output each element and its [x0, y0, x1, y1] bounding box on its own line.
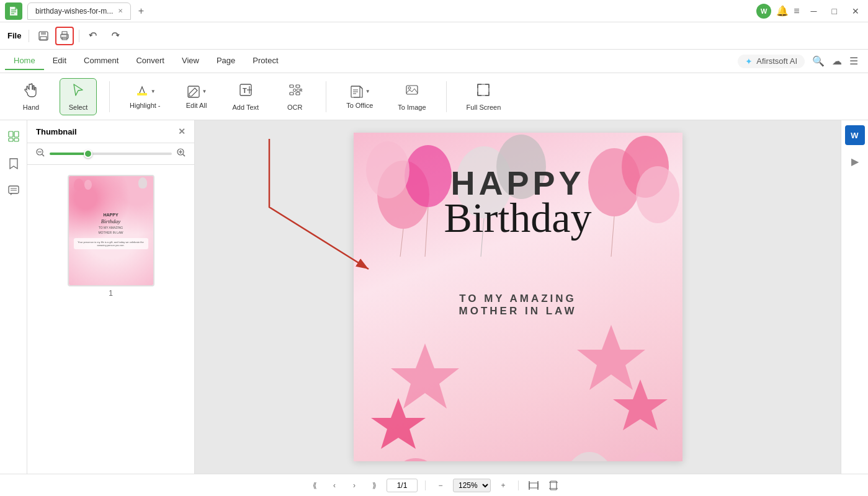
thumb-quote: Your presence in my life is a gift, and … — [74, 238, 148, 249]
zoom-slider-thumb[interactable] — [84, 149, 92, 158]
edit-dropdown-arrow: ▼ — [202, 89, 207, 94]
ribbon: Hand Select ▼ Highlight - ▼ — [0, 73, 868, 120]
menu-comment[interactable]: Comment — [75, 52, 127, 70]
sidebar-comment-icon[interactable] — [2, 180, 25, 202]
maximize-button[interactable]: □ — [828, 5, 841, 17]
pdf-viewer[interactable]: HAPPY Birthday TO MY AMAZING MOTHER IN L… — [195, 120, 841, 474]
highlight-label: Highlight - — [130, 102, 161, 109]
add-text-tool[interactable]: T Add Text — [225, 79, 267, 115]
select-tool[interactable]: Select — [60, 78, 97, 115]
zoom-out-icon[interactable] — [36, 148, 45, 159]
fit-page-btn[interactable] — [546, 478, 561, 493]
thumbnail-page-1[interactable]: HAPPY Birthday TO MY AMAZING MOTHER IN L… — [68, 175, 154, 298]
svg-rect-70 — [529, 483, 538, 488]
last-page-btn[interactable]: ⟫ — [367, 478, 382, 493]
edit-all-label: Edit All — [186, 102, 207, 109]
menu-view[interactable]: View — [173, 52, 208, 70]
thumbnail-close-btn[interactable]: ✕ — [178, 126, 186, 136]
thumbnail-header: Thumbnail ✕ — [27, 120, 194, 143]
user-avatar[interactable]: W — [756, 4, 771, 19]
tab-bar: birthday-wishes-for-m... ✕ + — [27, 2, 751, 20]
zoom-in-icon[interactable] — [177, 148, 186, 159]
menu-edit[interactable]: Edit — [44, 52, 75, 70]
svg-rect-11 — [188, 86, 199, 97]
ocr-tool[interactable]: OCR OCR — [276, 79, 313, 115]
translate-icon[interactable]: W — [845, 125, 865, 145]
svg-rect-31 — [14, 138, 19, 141]
hand-tool[interactable]: Hand — [12, 79, 50, 115]
page-input[interactable] — [387, 479, 418, 492]
full-screen-tool[interactable]: Full Screen — [459, 79, 509, 115]
edit-all-icon-area: ▼ — [186, 84, 207, 99]
minimize-button[interactable]: ─ — [807, 5, 821, 17]
zoom-in-btn[interactable]: + — [496, 478, 511, 493]
toolbar-divider-2 — [79, 30, 79, 42]
tab-close-btn[interactable]: ✕ — [118, 7, 123, 14]
ai-label: Afirstsoft AI — [756, 56, 797, 66]
ai-button[interactable]: ✦ Afirstsoft AI — [738, 55, 805, 68]
thumbnail-page-num: 1 — [68, 289, 154, 298]
left-sidebar — [0, 120, 27, 474]
svg-rect-19 — [296, 92, 300, 95]
zoom-slider[interactable] — [50, 153, 172, 155]
menu-protect[interactable]: Protect — [244, 52, 287, 70]
close-button[interactable]: ✕ — [848, 5, 863, 17]
to-image-icon — [405, 82, 419, 101]
prev-page-btn[interactable]: ‹ — [327, 478, 342, 493]
main-content: Thumbnail ✕ — [0, 120, 868, 474]
to-office-dropdown-arrow: ▼ — [365, 89, 370, 94]
zoom-controls — [27, 143, 194, 165]
svg-point-9 — [66, 35, 68, 37]
save-button[interactable] — [34, 27, 53, 45]
to-office-tool[interactable]: ▼ To Office — [339, 81, 380, 113]
thumbnail-list: HAPPY Birthday TO MY AMAZING MOTHER IN L… — [27, 165, 194, 474]
menu-page[interactable]: Page — [208, 52, 244, 70]
menu-icon[interactable]: ☰ — [849, 55, 858, 67]
search-icon[interactable]: 🔍 — [812, 55, 825, 67]
hand-label: Hand — [23, 104, 39, 111]
redo-button[interactable] — [105, 27, 124, 45]
settings-icon[interactable]: ≡ — [794, 6, 799, 17]
svg-rect-29 — [14, 131, 19, 137]
active-tab[interactable]: birthday-wishes-for-m... ✕ — [27, 2, 131, 20]
menu-home[interactable]: Home — [5, 52, 44, 70]
thumbnail-img-1: HAPPY Birthday TO MY AMAZING MOTHER IN L… — [68, 175, 154, 286]
sidebar-bookmark-icon[interactable] — [2, 153, 25, 175]
file-menu[interactable]: File — [5, 31, 24, 40]
first-page-btn[interactable]: ⟪ — [307, 478, 322, 493]
bell-icon[interactable]: 🔔 — [776, 5, 789, 17]
full-screen-icon — [476, 82, 491, 101]
window-controls: W 🔔 ≡ ─ □ ✕ — [756, 4, 863, 19]
new-tab-button[interactable]: + — [133, 4, 148, 19]
sidebar-thumbnail-icon[interactable] — [2, 125, 25, 148]
to-image-label: To Image — [398, 104, 426, 111]
menu-convert[interactable]: Convert — [127, 52, 173, 70]
title-bar: birthday-wishes-for-m... ✕ + W 🔔 ≡ ─ □ ✕ — [0, 0, 868, 22]
full-screen-label: Full Screen — [467, 104, 501, 111]
zoom-select[interactable]: 50% 75% 100% 125% 150% 200% — [453, 479, 491, 492]
edit-all-tool[interactable]: ▼ Edit All — [178, 81, 215, 113]
redo-icon — [110, 31, 120, 41]
thumbnail-panel: Thumbnail ✕ — [27, 120, 195, 474]
highlight-dropdown-arrow: ▼ — [151, 89, 156, 94]
print-icon — [60, 31, 69, 41]
quick-access-toolbar: File — [0, 22, 868, 50]
undo-button[interactable] — [84, 27, 103, 45]
menubar-right: ✦ Afirstsoft AI 🔍 ☁ ☰ — [738, 55, 863, 68]
bottom-divider — [425, 480, 426, 490]
next-page-btn[interactable]: › — [347, 478, 362, 493]
pdf-page: HAPPY Birthday TO MY AMAZING MOTHER IN L… — [354, 133, 682, 461]
select-icon — [71, 82, 86, 101]
svg-rect-10 — [137, 93, 147, 95]
to-image-tool[interactable]: To Image — [390, 79, 433, 115]
ai-star-icon: ✦ — [745, 56, 753, 66]
pdf-content: HAPPY Birthday TO MY AMAZING MOTHER IN L… — [354, 133, 682, 461]
expand-panel-icon[interactable]: ▶ — [844, 150, 866, 172]
cloud-sync-icon[interactable]: ☁ — [832, 55, 842, 67]
print-button[interactable] — [55, 27, 74, 45]
zoom-out-btn[interactable]: − — [433, 478, 448, 493]
fit-width-btn[interactable] — [526, 478, 541, 493]
svg-rect-28 — [9, 131, 13, 137]
highlight-tool[interactable]: ▼ Highlight - — [122, 81, 168, 113]
svg-rect-30 — [9, 138, 13, 141]
